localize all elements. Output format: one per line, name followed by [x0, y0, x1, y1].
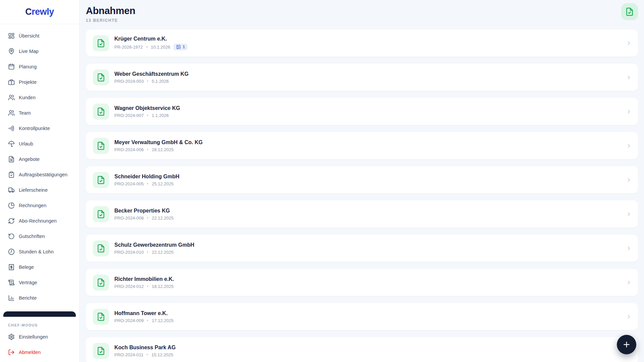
sidebar-item-label: Rechnungen — [19, 203, 46, 208]
sidebar-active-item-partial[interactable] — [3, 311, 76, 317]
file-check-icon — [93, 104, 109, 120]
photo-count: 1 — [182, 45, 185, 49]
report-title: Hoffmann Tower e.K. — [114, 310, 626, 316]
report-title: Koch Business Park AG — [114, 345, 626, 351]
sidebar-item-kontrollpunkte[interactable]: Kontrollpunkte — [0, 121, 79, 136]
file-text-icon — [8, 156, 15, 163]
file-check-icon — [93, 275, 109, 291]
list-item[interactable]: Krüger Centrum e.K. PR-2026-197210.1.202… — [86, 29, 638, 57]
dot-separator — [147, 149, 148, 150]
sidebar-item-planung[interactable]: Planung — [0, 59, 79, 74]
file-check-icon — [93, 138, 109, 154]
sidebar-item-berichte[interactable]: Berichte — [0, 290, 79, 306]
sidebar-item-rechnungen[interactable]: Rechnungen — [0, 198, 79, 213]
sidebar-item-angebote[interactable]: Angebote — [0, 152, 79, 167]
sidebar-item-projekte[interactable]: Projekte — [0, 74, 79, 90]
photo-count-badge: 1 — [173, 44, 187, 50]
report-ref: PRO-2024-005 — [114, 181, 144, 186]
clock-icon — [8, 248, 15, 255]
briefcase-icon — [8, 79, 15, 85]
report-title: Schneider Holding GmbH — [114, 174, 626, 180]
sidebar-item-abo-rechnungen[interactable]: Abo-Rechnungen — [0, 213, 79, 229]
report-ref: PRO-2024-010 — [114, 250, 144, 255]
pie-chart-icon — [8, 202, 15, 209]
sidebar-item-label: Übersicht — [19, 33, 39, 39]
sidebar-item-label: Kontrollpunkte — [19, 126, 50, 131]
dot-separator — [147, 251, 148, 253]
bar-chart-icon — [8, 295, 15, 301]
sidebar-item-label: Urlaub — [19, 141, 33, 146]
report-date: 22.12.2025 — [152, 216, 173, 221]
sidebar-item-label: Gutschriften — [19, 234, 45, 239]
file-check-icon — [93, 172, 109, 188]
dot-separator — [147, 286, 148, 287]
sidebar-item-label: Abo-Rechnungen — [19, 218, 57, 224]
dot-separator — [147, 115, 148, 116]
report-ref: PRO-2024-007 — [114, 113, 144, 118]
calendar-icon — [8, 63, 15, 70]
sidebar-item-abmelden[interactable]: Abmelden — [0, 345, 79, 360]
sidebar-item-vertraege[interactable]: Verträge — [0, 275, 79, 290]
sidebar-item-team[interactable]: Team — [0, 105, 79, 121]
sidebar-item-label: Auftragsbestätigungen — [19, 172, 67, 177]
file-check-icon — [93, 240, 109, 256]
list-item[interactable]: Hoffmann Tower e.K. PRO-2024-00917.12.20… — [86, 303, 638, 330]
file-check-icon — [93, 69, 109, 85]
sidebar-item-urlaub[interactable]: Urlaub — [0, 136, 79, 152]
sidebar-item-stunden-lohn[interactable]: Stunden & Lohn — [0, 244, 79, 259]
sidebar-item-label: Belege — [19, 264, 34, 270]
list-item[interactable]: Schulz Gewerbezentrum GmbH PRO-2024-0102… — [86, 235, 638, 262]
brand-mark: C — [25, 7, 32, 17]
report-ref: PRO-2024-009 — [114, 318, 144, 323]
list-item[interactable]: Weber Geschäftszentrum KG PRO-2024-0035.… — [86, 64, 638, 91]
sidebar-item-gutschriften[interactable]: Gutschriften — [0, 229, 79, 244]
report-title: Krüger Centrum e.K. — [114, 36, 626, 42]
dot-separator — [147, 320, 148, 321]
add-report-fab[interactable] — [617, 335, 636, 354]
sidebar-item-auftragsbestaetigungen[interactable]: Auftragsbestätigungen — [0, 167, 79, 182]
report-date: 22.12.2025 — [152, 250, 173, 255]
report-ref: PRO-2024-006 — [114, 147, 144, 152]
file-check-icon — [625, 7, 634, 16]
report-title: Becker Properties KG — [114, 208, 626, 214]
brand-name: rewly — [32, 7, 54, 17]
sidebar-bottom-section: CHEF-MODUS Einstellungen Abmelden — [0, 317, 79, 362]
report-title: Meyer Verwaltung GmbH & Co. KG — [114, 139, 626, 145]
sidebar-item-lieferscheine[interactable]: Lieferscheine — [0, 182, 79, 198]
sidebar-item-label: Live Map — [19, 49, 39, 54]
sidebar-item-uebersicht[interactable]: Übersicht — [0, 28, 79, 44]
file-check-icon — [93, 35, 109, 51]
report-date: 5.1.2026 — [152, 79, 169, 84]
users-icon — [8, 110, 15, 116]
sidebar-item-live-map[interactable]: Live Map — [0, 44, 79, 59]
list-item[interactable]: Richter Immobilien e.K. PRO-2024-01218.1… — [86, 269, 638, 296]
list-item[interactable]: Becker Properties KG PRO-2024-00822.12.2… — [86, 200, 638, 228]
new-report-button[interactable] — [621, 3, 638, 20]
report-ref: PRO-2024-008 — [114, 216, 144, 221]
receipt-icon — [8, 264, 15, 270]
truck-icon — [8, 187, 15, 193]
list-item[interactable]: Koch Business Park AG PRO-2024-01115.12.… — [86, 337, 638, 362]
scroll-icon — [8, 279, 15, 286]
sidebar-item-belege[interactable]: Belege — [0, 259, 79, 275]
chevron-right-icon — [626, 280, 632, 286]
dot-separator — [146, 46, 148, 48]
sidebar-item-einstellungen[interactable]: Einstellungen — [0, 329, 79, 345]
list-item[interactable]: Meyer Verwaltung GmbH & Co. KG PRO-2024-… — [86, 132, 638, 159]
list-item[interactable]: Schneider Holding GmbH PRO-2024-00525.12… — [86, 166, 638, 193]
sidebar-item-label: Stunden & Lohn — [19, 249, 54, 254]
undo-icon — [8, 233, 15, 240]
report-ref: PRO-2024-012 — [114, 284, 144, 289]
report-count: 13 BERICHTE — [86, 18, 638, 23]
sidebar: Crewly Übersicht Live Map Planung Projek… — [0, 0, 79, 362]
clipboard-check-icon — [8, 171, 15, 178]
sidebar-nav: Übersicht Live Map Planung Projekte Kund… — [0, 24, 79, 311]
sidebar-item-label: Angebote — [19, 157, 40, 162]
sidebar-item-kunden[interactable]: Kunden — [0, 90, 79, 105]
report-date: 15.12.2025 — [151, 352, 173, 357]
chevron-right-icon — [626, 211, 632, 217]
list-item[interactable]: Wagner Objektservice KG PRO-2024-0071.1.… — [86, 98, 638, 125]
gear-icon — [8, 334, 15, 340]
chevron-right-icon — [626, 314, 632, 320]
sidebar-item-label: Projekte — [19, 79, 37, 85]
